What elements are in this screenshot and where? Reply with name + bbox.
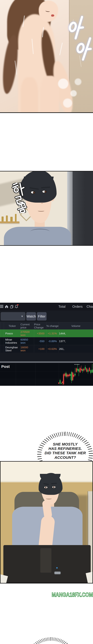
cell-price: 270500 won [20, 330, 34, 337]
man-eye [44, 486, 48, 489]
candle-body [70, 374, 71, 376]
candle-body [86, 368, 87, 372]
vga-connector [54, 571, 61, 574]
candle-body [60, 380, 61, 384]
man-eye [52, 486, 56, 488]
candle-body [81, 369, 82, 370]
cell-change: +100 [34, 345, 46, 353]
monitor-back [73, 172, 93, 245]
man-pupil [33, 192, 35, 194]
grid-line [0, 379, 93, 379]
man-pupil [53, 486, 54, 488]
cell-price: 60950 won [20, 337, 34, 345]
candle-body [90, 370, 91, 373]
candle-body [74, 374, 75, 375]
candlestick-chart[interactable]: Post [0, 363, 93, 386]
header-pct-change: % change [46, 322, 59, 330]
grid-line [16, 363, 16, 386]
candle-body [66, 374, 67, 376]
candle-wick [77, 364, 78, 372]
water-streak [59, 43, 63, 56]
app-toolbar: ▼ Watch Filter [0, 310, 93, 322]
bubble-line: DID THESE TANK HER [41, 451, 89, 455]
filter-button[interactable]: Filter [37, 312, 46, 320]
tab-chart[interactable]: Chart [86, 303, 93, 310]
header-ticker: Ticker [4, 322, 20, 330]
header-current-price: Current price [20, 322, 34, 330]
speech-bubble-text: SHE MOSTLY HAS REFINERIES. DID THESE TAN… [41, 442, 89, 460]
candle-body [58, 382, 59, 384]
cell-ticker: Mirae Industries [4, 337, 20, 345]
cell-ticker: Posco [4, 330, 20, 337]
water-splash [54, 72, 84, 111]
man-mouth [46, 498, 52, 499]
tab-total[interactable]: Total [58, 303, 65, 310]
table-header-row: Ticker Current price Price Change % chan… [0, 322, 93, 330]
bubble-line: ACCOUNT? [41, 455, 89, 460]
next-bubble-partial [32, 641, 70, 644]
table-row-deunghae[interactable]: Deunghae Steel 16000 won +100 +0.63% 261… [0, 345, 93, 353]
man-eye [31, 191, 35, 194]
cell-pct: +1.31% [46, 330, 59, 337]
candle-body [64, 374, 65, 376]
man-pupil [45, 486, 46, 488]
table-row-posco[interactable]: Posco 270500 won +3500 +1.31% 1444, [0, 330, 93, 337]
man-pupil [44, 191, 46, 193]
cell-volume: 1444, [59, 330, 93, 337]
bubble-line: HAS REFINERIES. [41, 446, 89, 451]
figure-leg [21, 77, 38, 113]
candle-body [73, 375, 74, 376]
header-price-change: Price Change [34, 322, 46, 330]
cell-change: +3500 [34, 330, 46, 337]
candle-body [62, 382, 63, 383]
cell-volume: 1377, [59, 337, 93, 345]
panel-glance-artwork [0, 171, 93, 246]
man-nose [41, 202, 43, 204]
candle-body [63, 374, 64, 384]
watch-button[interactable]: Watch [26, 312, 36, 320]
app-topbar: Total Orders Chart [0, 303, 93, 310]
candle-body [72, 372, 73, 380]
candle-body [61, 383, 62, 384]
table-row-mirae[interactable]: Mirae Industries 60950 won -550 -0.89% 1… [0, 337, 93, 345]
manhwa-page: Total Orders Chart ▼ Watch Filter Ticker… [0, 0, 93, 644]
candle-body [65, 373, 66, 376]
panel-shower-artwork [0, 0, 93, 113]
stock-table: Ticker Current price Price Change % chan… [0, 322, 93, 353]
man-mouth [38, 210, 44, 212]
candle-body [78, 369, 79, 372]
man-eye [42, 190, 47, 193]
price-level-dashes [74, 364, 79, 365]
next-bubble-burst-partial [29, 637, 73, 644]
stocklist-dropdown[interactable]: ▼ [1, 312, 25, 320]
trophy [10, 217, 13, 222]
cell-pct: -0.89% [46, 337, 59, 345]
copy-icon[interactable] [10, 304, 14, 308]
candle-body [87, 370, 88, 372]
cell-ticker: Deunghae Steel [4, 345, 20, 353]
candle-body [83, 369, 84, 370]
notification-dot [17, 304, 19, 306]
candle-body [92, 370, 93, 372]
post-label[interactable]: Post [1, 364, 10, 369]
candle-body [69, 374, 70, 376]
bubble-line: SHE MOSTLY [41, 442, 89, 446]
candle-body [76, 368, 77, 372]
candle-body [71, 372, 72, 381]
figure-hair-strand [0, 34, 20, 95]
chevron-down-icon: ▼ [21, 315, 23, 318]
cell-pct: +0.63% [46, 345, 59, 353]
candle-body [77, 369, 78, 371]
cell-change: -550 [34, 337, 46, 345]
candle-body [85, 367, 86, 370]
trophy [2, 216, 4, 222]
tab-orders[interactable]: Orders [72, 303, 82, 310]
candle-wick [81, 366, 81, 372]
trophy [6, 216, 8, 222]
menu-icon[interactable] [0, 305, 3, 308]
home-icon[interactable] [5, 304, 9, 308]
cell-price: 16000 won [20, 345, 34, 353]
cell-volume: 261, [59, 345, 93, 353]
header-volume: Volume [59, 322, 93, 330]
usb-port [56, 567, 58, 568]
